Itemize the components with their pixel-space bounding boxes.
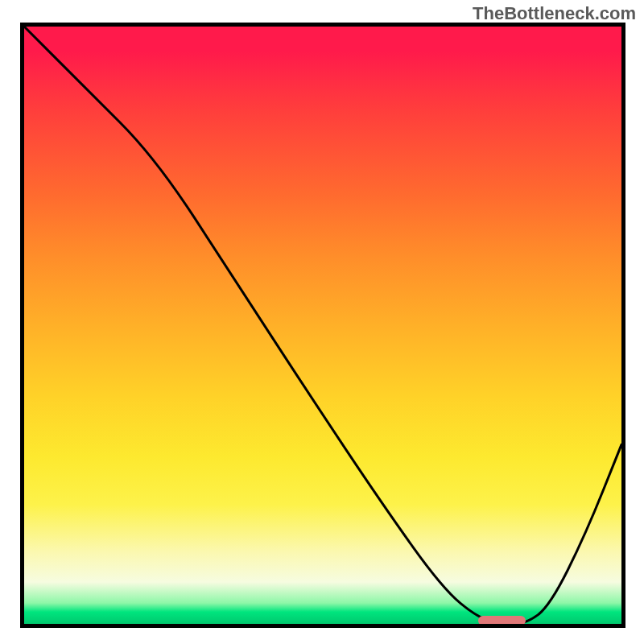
bottleneck-curve bbox=[24, 27, 621, 624]
chart-container: TheBottleneck.com bbox=[0, 0, 644, 644]
curve-layer bbox=[24, 27, 621, 624]
watermark-text: TheBottleneck.com bbox=[473, 3, 636, 24]
optimal-marker bbox=[478, 616, 526, 625]
plot-frame bbox=[20, 23, 625, 628]
